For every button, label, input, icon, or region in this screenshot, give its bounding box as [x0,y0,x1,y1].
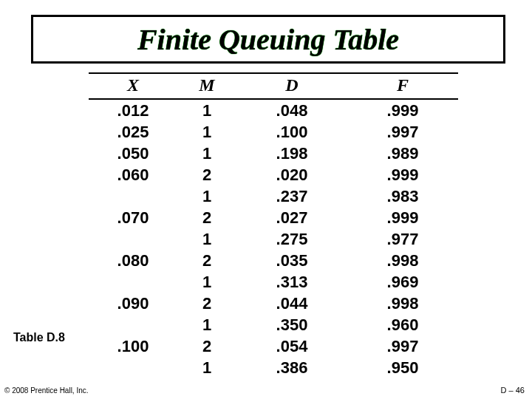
cell-x: .100 [89,335,177,357]
cell-x: .080 [89,250,177,271]
table-row: .012 1 .048 .999 [89,99,458,121]
cell-d: .044 [236,293,347,314]
cell-x [89,271,177,293]
title-box: Finite Queuing Table [31,15,505,64]
queuing-table: X M D F .012 1 .048 .999 .025 1 .100 .99… [89,72,458,378]
cell-m: 1 [177,228,236,250]
cell-m: 1 [177,271,236,293]
table-row: .025 1 .100 .997 [89,121,458,143]
cell-d: .198 [236,143,347,164]
cell-d: .100 [236,121,347,143]
table-row: .060 2 .020 .999 [89,164,458,185]
table-row: 1 .386 .950 [89,357,458,378]
cell-d: .275 [236,228,347,250]
cell-x: .012 [89,99,177,121]
cell-f: .997 [347,121,458,143]
cell-d: .027 [236,207,347,228]
cell-d: .020 [236,164,347,185]
cell-m: 1 [177,121,236,143]
col-f: F [347,73,458,99]
cell-d: .237 [236,185,347,207]
cell-f: .960 [347,314,458,335]
cell-x: .060 [89,164,177,185]
cell-m: 2 [177,335,236,357]
table-row: .100 2 .054 .997 [89,335,458,357]
cell-f: .950 [347,357,458,378]
cell-m: 1 [177,143,236,164]
cell-x: .070 [89,207,177,228]
cell-m: 2 [177,207,236,228]
cell-m: 1 [177,99,236,121]
col-d: D [236,73,347,99]
cell-x [89,314,177,335]
cell-f: .989 [347,143,458,164]
cell-f: .999 [347,164,458,185]
cell-d: .350 [236,314,347,335]
cell-f: .997 [347,335,458,357]
cell-f: .999 [347,207,458,228]
cell-x: .050 [89,143,177,164]
col-m: M [177,73,236,99]
cell-x: .025 [89,121,177,143]
cell-f: .969 [347,271,458,293]
table-row: .080 2 .035 .998 [89,250,458,271]
cell-d: .048 [236,99,347,121]
cell-m: 2 [177,293,236,314]
cell-x: .090 [89,293,177,314]
cell-x [89,185,177,207]
table-row: .070 2 .027 .999 [89,207,458,228]
cell-d: .386 [236,357,347,378]
cell-f: .998 [347,293,458,314]
cell-f: .998 [347,250,458,271]
page-title: Finite Queuing Table [137,22,399,57]
cell-d: .313 [236,271,347,293]
table-row: 1 .313 .969 [89,271,458,293]
table-label: Table D.8 [13,331,65,344]
table-row: 1 .275 .977 [89,228,458,250]
table-row: .050 1 .198 .989 [89,143,458,164]
table-header-row: X M D F [89,73,458,99]
table-container: X M D F .012 1 .048 .999 .025 1 .100 .99… [89,72,458,378]
cell-m: 2 [177,164,236,185]
col-x: X [89,73,177,99]
table-row: .090 2 .044 .998 [89,293,458,314]
copyright-text: © 2008 Prentice Hall, Inc. [4,386,89,395]
cell-x [89,228,177,250]
page-number: D – 46 [501,386,525,395]
cell-d: .035 [236,250,347,271]
cell-f: .983 [347,185,458,207]
cell-m: 1 [177,357,236,378]
cell-m: 1 [177,185,236,207]
cell-m: 2 [177,250,236,271]
table-row: 1 .350 .960 [89,314,458,335]
table-row: 1 .237 .983 [89,185,458,207]
cell-x [89,357,177,378]
cell-f: .999 [347,99,458,121]
cell-d: .054 [236,335,347,357]
cell-m: 1 [177,314,236,335]
cell-f: .977 [347,228,458,250]
